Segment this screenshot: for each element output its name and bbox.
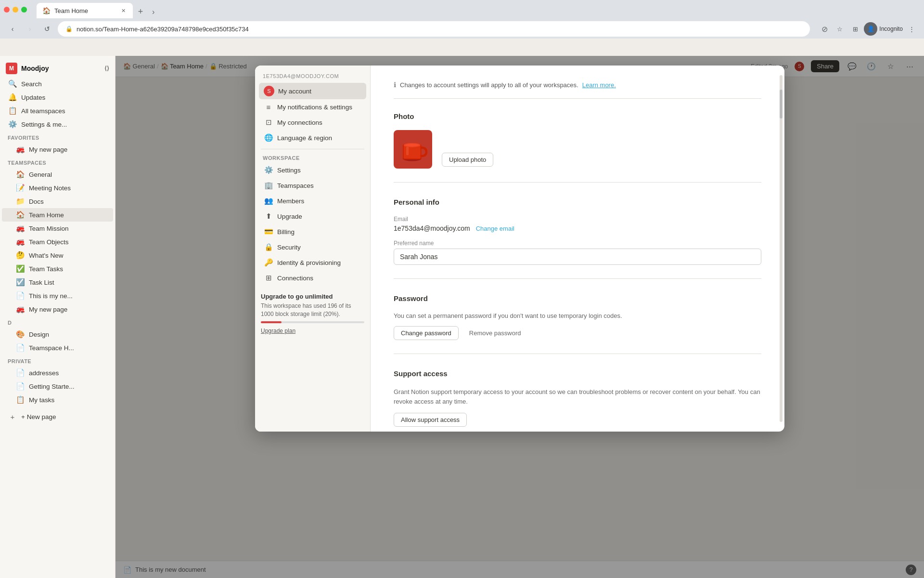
- settings-nav-teamspaces[interactable]: 🏢 Teamspaces: [259, 178, 366, 193]
- my-tasks-icon: 📋: [15, 395, 25, 404]
- address-input[interactable]: 🔒 notion.so/Team-Home-a626e39209a748798e…: [58, 21, 810, 37]
- my-new-page2-label: My new page: [29, 306, 67, 313]
- change-email-link[interactable]: Change email: [476, 225, 514, 232]
- tab-bar: 🏠 Team Home ✕ + ›: [33, 1, 162, 18]
- tab-close-button[interactable]: ✕: [119, 7, 127, 14]
- sidebar-item-getting-started[interactable]: 📄 Getting Starte...: [2, 380, 113, 393]
- collapse-icon[interactable]: ⟨⟩: [104, 65, 109, 72]
- sidebar-item-general[interactable]: 🏠 General: [2, 168, 113, 181]
- team-mission-label: Team Mission: [29, 225, 69, 232]
- remove-password-button[interactable]: Remove password: [462, 326, 528, 340]
- language-label: Language & region: [277, 134, 332, 142]
- user-avatar: [394, 130, 432, 169]
- reload-button[interactable]: ↺: [40, 22, 54, 36]
- sidebar-item-team-objects[interactable]: 🚒 Team Objects: [2, 235, 113, 249]
- security-icon: 🔒: [264, 243, 273, 251]
- workspace-connections-icon: ⊞: [264, 274, 273, 282]
- close-button[interactable]: [4, 7, 10, 13]
- team-objects-label: Team Objects: [29, 238, 69, 246]
- preferred-name-input[interactable]: [394, 249, 761, 265]
- email-value-row: 1e753da4@moodjoy.com Change email: [394, 224, 761, 232]
- sidebar-item-search[interactable]: 🔍 Search: [2, 77, 113, 91]
- sidebar-item-teamspace-home[interactable]: 📄 Teamspace H...: [2, 341, 113, 355]
- more-menu-button[interactable]: ⋮: [905, 22, 918, 36]
- sidebar-item-my-tasks[interactable]: 📋 My tasks: [2, 393, 113, 407]
- sidebar-item-my-new-page[interactable]: 🚒 My new page: [2, 143, 113, 156]
- info-icon: ℹ: [394, 81, 396, 89]
- star-icon[interactable]: ☆: [833, 22, 847, 36]
- active-tab[interactable]: 🏠 Team Home ✕: [37, 3, 133, 18]
- settings-nav-connections[interactable]: ⊡ My connections: [259, 115, 366, 130]
- sidebar-item-whats-new[interactable]: 🤔 What's New: [2, 249, 113, 262]
- team-tasks-icon: ✅: [15, 264, 25, 273]
- sidebar-item-updates[interactable]: 🔔 Updates: [2, 91, 113, 104]
- workspace-settings-label: Settings: [277, 167, 301, 174]
- sidebar-item-design[interactable]: 🎨 Design: [2, 328, 113, 341]
- forward-button[interactable]: ›: [23, 22, 37, 36]
- tab-extend-button[interactable]: ›: [148, 6, 158, 18]
- addresses-label: addresses: [29, 369, 59, 377]
- back-button[interactable]: ‹: [6, 22, 19, 36]
- svg-rect-5: [406, 147, 409, 156]
- tab-title: Team Home: [54, 7, 88, 14]
- upgrade-plan-link[interactable]: Upgrade plan: [261, 328, 295, 334]
- settings-nav-notifications[interactable]: ≡ My notifications & settings: [259, 100, 366, 114]
- settings-nav-workspace-settings[interactable]: ⚙️ Settings: [259, 163, 366, 177]
- learn-more-link[interactable]: Learn more.: [582, 81, 616, 89]
- support-title: Support access: [394, 369, 761, 378]
- upload-photo-button[interactable]: Upload photo: [442, 153, 493, 167]
- scrollbar-thumb[interactable]: [780, 90, 783, 118]
- sidebar-item-team-mission[interactable]: 🚒 Team Mission: [2, 222, 113, 235]
- design-label-item: Design: [29, 331, 49, 338]
- settings-nav-members[interactable]: 👥 Members: [259, 194, 366, 208]
- browser-extension-icon[interactable]: ⊞: [848, 22, 862, 36]
- settings-nav-upgrade[interactable]: ⬆ Upgrade: [259, 209, 366, 223]
- sidebar-item-docs[interactable]: 📁 Docs: [2, 195, 113, 208]
- profile-button[interactable]: 👤: [864, 22, 877, 36]
- design-label: D: [0, 316, 115, 328]
- workspace-switcher[interactable]: M Moodjoy ⟨⟩: [0, 60, 115, 77]
- settings-nav-security[interactable]: 🔒 Security: [259, 240, 366, 254]
- sidebar-item-addresses[interactable]: 📄 addresses: [2, 366, 113, 380]
- scrollbar-track[interactable]: [780, 75, 783, 422]
- maximize-button[interactable]: [21, 7, 27, 13]
- settings-nav-my-account[interactable]: S My account: [259, 83, 366, 99]
- search-icon: 🔍: [8, 79, 17, 88]
- sidebar-item-task-list[interactable]: ☑️ Task List: [2, 276, 113, 289]
- profile-icon: 👤: [867, 26, 874, 32]
- settings-nav-identity[interactable]: 🔑 Identity & provisioning: [259, 255, 366, 270]
- settings-nav-language[interactable]: 🌐 Language & region: [259, 131, 366, 145]
- settings-nav-billing[interactable]: 💳 Billing: [259, 224, 366, 239]
- sidebar-item-my-new-page2[interactable]: 🚒 My new page: [2, 302, 113, 316]
- meeting-notes-label: Meeting Notes: [29, 184, 71, 192]
- sidebar-item-all-teamspaces[interactable]: 📋 All teamspaces: [2, 104, 113, 118]
- traffic-lights: [4, 7, 27, 13]
- new-page-button[interactable]: + + New page: [2, 410, 113, 423]
- docs-label: Docs: [29, 198, 44, 205]
- account-avatar-icon: S: [264, 86, 274, 96]
- incognito-label: Incognito: [879, 26, 903, 32]
- sidebar-item-team-tasks[interactable]: ✅ Team Tasks: [2, 262, 113, 276]
- team-objects-icon: 🚒: [15, 237, 25, 246]
- change-password-button[interactable]: Change password: [394, 326, 459, 340]
- new-tab-button[interactable]: +: [134, 5, 147, 18]
- design-icon: 🎨: [15, 330, 25, 339]
- add-icon: +: [8, 413, 17, 421]
- workspace-icon: M: [6, 63, 17, 74]
- sidebar-item-team-home[interactable]: 🏠 Team Home: [2, 208, 113, 222]
- settings-nav-workspace-connections[interactable]: ⊞ Connections: [259, 271, 366, 285]
- settings-footer-upgrade: Upgrade to go unlimited This workspace h…: [259, 293, 366, 335]
- camera-off-icon[interactable]: ⊘: [818, 22, 831, 36]
- allow-support-access-button[interactable]: Allow support access: [394, 413, 467, 427]
- settings-modal: 1E753DA4@MOODJOY.COM S My account ≡ My n…: [255, 66, 784, 432]
- minimize-button[interactable]: [13, 7, 18, 13]
- sidebar-item-settings[interactable]: ⚙️ Settings & me...: [2, 118, 113, 131]
- connections-label: My connections: [277, 119, 322, 126]
- svg-point-4: [405, 144, 419, 146]
- support-section: Support access Grant Notion support temp…: [394, 369, 761, 427]
- sidebar-item-this-is-my-new[interactable]: 📄 This is my ne...: [2, 289, 113, 302]
- language-icon: 🌐: [264, 133, 273, 142]
- sidebar-item-meeting-notes[interactable]: 📝 Meeting Notes: [2, 181, 113, 195]
- password-desc: You can set a permanent password if you …: [394, 312, 761, 319]
- upgrade-icon: ⬆: [264, 212, 273, 221]
